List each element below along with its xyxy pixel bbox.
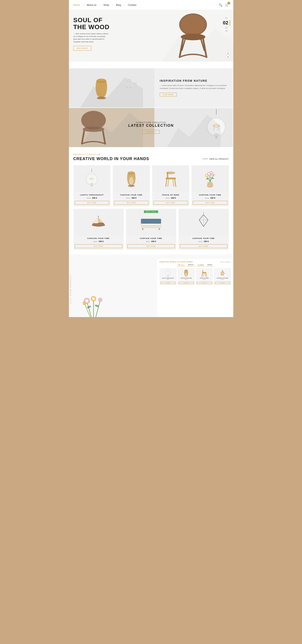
latest-collection-section: FURNITURE CREATIVE LATEST COLLECTION SHO… <box>69 108 233 147</box>
product-image-6: BEST SALE <box>126 209 176 236</box>
inspiration-image <box>69 68 154 108</box>
device-tab-light[interactable]: 💡 LIGTH <box>196 264 205 266</box>
product-grid-row2: CONTAIN YOUR TIME 250 € 150 € BUY NOW BE… <box>73 209 229 250</box>
product-old-price-5: 250 € <box>93 241 97 242</box>
device-mini-btn-2[interactable]: BUY NOW <box>179 282 194 284</box>
device-section: LIST VIEW PRODUCT <box>69 254 233 317</box>
product-image-7 <box>179 209 229 236</box>
buy-button-1[interactable]: BUY NOW <box>75 201 109 205</box>
search-icon[interactable]: 🔍 <box>219 3 222 7</box>
svg-line-67 <box>204 220 208 226</box>
product-info-4: CONTAIN YOUR TIME 150 € 150 € <box>192 192 229 201</box>
product-name-3: PEACE OF MIND <box>153 194 188 196</box>
device-tabs: 🪑 TABLE 🛋 SOFA 💡 LIGTH 🛏 BED <box>160 264 231 266</box>
nav-sep-1: | <box>83 4 84 6</box>
device-tab-sofa[interactable]: 🛋 SOFA <box>187 264 195 266</box>
hero-counter-prev: 01 <box>225 17 228 19</box>
hero-mountain-bg <box>162 21 233 62</box>
device-tab-table[interactable]: 🪑 TABLE <box>177 264 186 266</box>
product-image-5 <box>73 209 124 236</box>
svg-point-78 <box>87 305 91 309</box>
product-info-2: CONTAIN YOUR TIME 250 € 150 € <box>113 192 150 201</box>
svg-line-33 <box>166 179 167 186</box>
product-grid-row1: LIGHTS THROUGHOUT 250 € 150 € BUY NOW <box>73 165 229 206</box>
svg-point-75 <box>92 297 95 300</box>
product-image-3 <box>152 165 189 192</box>
buy-button-7[interactable]: BUY NOW <box>180 244 228 248</box>
svg-point-25 <box>90 183 93 185</box>
hero-next-button[interactable]: ▼ <box>226 55 230 58</box>
inspiration-view-more-button[interactable]: VIEW MORE <box>160 93 177 96</box>
product-new-price-5: 150 € <box>99 240 104 242</box>
inspiration-content: INSPIRATION FROM NATURE Lorem ipsum dolo… <box>154 68 233 108</box>
device-mini-btn-4[interactable]: BUY NOW <box>215 282 230 284</box>
svg-point-32 <box>166 172 175 174</box>
svg-rect-8 <box>126 82 134 87</box>
section-heading: CREATIVE WORLD IN YOUR HANDS <box>73 156 149 161</box>
svg-rect-84 <box>168 276 168 276</box>
svg-point-77 <box>82 301 87 305</box>
svg-line-90 <box>206 273 207 276</box>
product-name-5: CONTAIN YOUR TIME <box>75 237 122 239</box>
product-name-4: CONTAIN YOUR TIME <box>193 194 227 196</box>
svg-line-61 <box>199 215 204 220</box>
navbar: Home | About us | Shop | Blog | Contact … <box>69 0 233 10</box>
product-old-price-3: 250 € <box>166 197 170 199</box>
svg-line-91 <box>203 273 204 276</box>
product-card-3: PEACE OF MIND 250 € 150 € BUY NOW <box>152 165 189 206</box>
latest-right-image <box>154 108 233 147</box>
product-new-price-4: 150 € <box>210 197 215 199</box>
device-mini-btn-3[interactable]: BUY NOW <box>197 282 212 284</box>
svg-rect-9 <box>126 86 128 88</box>
buy-button-6[interactable]: BUY NOW <box>127 244 175 248</box>
product-prices-7: 150 € 150 € <box>180 240 228 242</box>
device-tab-bed[interactable]: 🛏 BED <box>206 264 213 266</box>
product-prices-1: 250 € 150 € <box>75 197 109 199</box>
device-mini-card-4: CONTAIN YOUR TIME 150 € BUY NOW <box>214 268 231 285</box>
svg-point-86 <box>185 273 187 276</box>
cart-icon[interactable]: 🛒 1 <box>225 3 229 7</box>
buy-button-2[interactable]: BUY NOW <box>114 201 149 205</box>
buy-button-4[interactable]: BUY NOW <box>193 201 227 205</box>
section-label: PRODUCT CREATIVE <box>73 154 229 156</box>
product-new-price-6: 150 € <box>151 240 156 242</box>
svg-point-44 <box>211 172 212 173</box>
product-old-price-4: 150 € <box>205 197 209 199</box>
hero-title: SOUL OF THE WOOD <box>73 17 110 31</box>
hero-content: SOUL OF THE WOOD Quis nostrud exerci tat… <box>73 17 110 50</box>
product-new-price-3: 150 € <box>171 197 176 199</box>
product-name-6: CONTAIN YOUR TIME <box>127 237 175 239</box>
product-prices-2: 250 € 150 € <box>114 197 149 199</box>
svg-point-42 <box>208 173 210 175</box>
product-image-4 <box>192 165 229 192</box>
buy-button-3[interactable]: BUY NOW <box>153 201 188 205</box>
nav-about[interactable]: About us <box>87 4 96 6</box>
hero-see-more-button[interactable]: SEE MORE <box>73 46 91 50</box>
nav-sep-2: | <box>100 4 100 6</box>
hero-section: SOUL OF THE WOOD Quis nostrud exerci tat… <box>69 10 233 62</box>
hero-prev-button[interactable]: ▲ <box>226 51 230 54</box>
device-mini-price-1: 150 € <box>160 279 176 280</box>
hero-description: Quis nostrud exerci tation ullamco labor… <box>73 32 109 43</box>
device-view-all: VIEW ALL PRODUCT <box>220 261 231 263</box>
tablet-screen: CREATIVE WORLD IN YOUR HANDS VIEW ALL PR… <box>157 259 233 317</box>
product-card-6: BEST SALE <box>126 209 176 250</box>
device-mini-card-2: CONTAIN YOUR TIME 150 € BUY NOW <box>178 268 195 285</box>
nav-blog[interactable]: Blog <box>116 4 121 6</box>
product-card-1: LIGHTS THROUGHOUT 250 € 150 € BUY NOW <box>73 165 110 206</box>
inspiration-description: Lorem ipsum dolor sit amet, consectetur … <box>160 84 228 90</box>
device-mini-price-3: 150 € <box>197 279 212 280</box>
product-prices-6: 250 € 150 € <box>127 240 175 242</box>
tablet-device: CREATIVE WORLD IN YOUR HANDS VIEW ALL PR… <box>157 259 233 317</box>
buy-button-5[interactable]: BUY NOW <box>75 244 122 248</box>
latest-show-all-button[interactable]: SHOW ALL <box>142 130 160 134</box>
view-all-link[interactable]: VIEW ALL PRODUCT <box>202 158 229 160</box>
device-mini-btn-1[interactable]: BUY NOW <box>160 282 176 284</box>
hero-counter-last: 04 <box>225 30 228 32</box>
svg-rect-56 <box>142 228 143 230</box>
nav-contact[interactable]: Contact <box>128 4 136 6</box>
section-header: CREATIVE WORLD IN YOUR HANDS VIEW ALL PR… <box>73 156 229 161</box>
nav-shop[interactable]: Shop <box>103 4 109 6</box>
product-prices-3: 250 € 150 € <box>153 197 188 199</box>
nav-home[interactable]: Home <box>73 4 80 6</box>
